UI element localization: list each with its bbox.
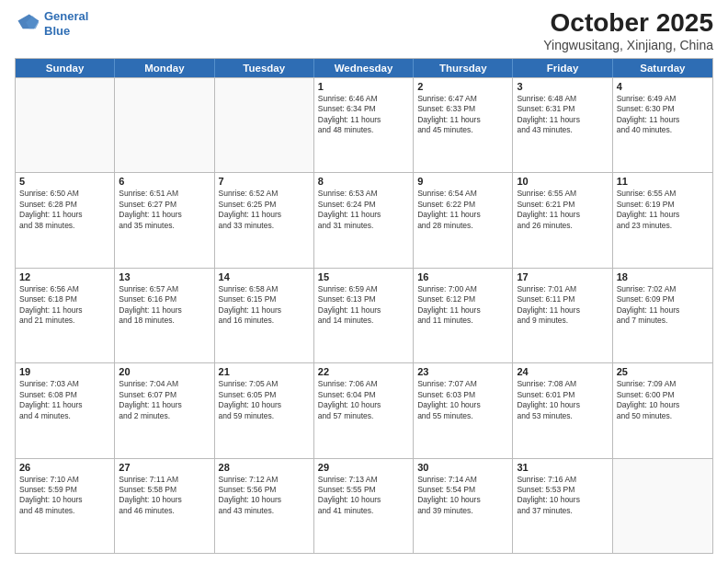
day-cell-1: 1Sunrise: 6:46 AM Sunset: 6:34 PM Daylig… — [314, 78, 414, 172]
day-cell-28: 28Sunrise: 7:12 AM Sunset: 5:56 PM Dayli… — [215, 459, 314, 553]
day-number: 21 — [219, 366, 310, 377]
day-header-thursday: Thursday — [414, 59, 513, 77]
day-cell-16: 16Sunrise: 7:00 AM Sunset: 6:12 PM Dayli… — [414, 269, 513, 362]
day-cell-30: 30Sunrise: 7:14 AM Sunset: 5:54 PM Dayli… — [414, 459, 513, 553]
day-number: 7 — [219, 176, 310, 187]
day-info: Sunrise: 7:16 AM Sunset: 5:53 PM Dayligh… — [517, 475, 608, 517]
logo-line2: Blue — [44, 24, 70, 38]
logo-text: General Blue — [44, 9, 88, 38]
day-number: 16 — [417, 271, 508, 282]
day-number: 27 — [119, 462, 210, 473]
day-info: Sunrise: 7:14 AM Sunset: 5:54 PM Dayligh… — [417, 475, 508, 517]
day-number: 26 — [19, 462, 110, 473]
day-cell-8: 8Sunrise: 6:53 AM Sunset: 6:24 PM Daylig… — [314, 173, 414, 267]
logo-icon — [15, 11, 40, 37]
day-info: Sunrise: 6:55 AM Sunset: 6:21 PM Dayligh… — [517, 189, 608, 231]
page: General Blue October 2025 Yingwusitang, … — [0, 0, 728, 563]
day-info: Sunrise: 7:08 AM Sunset: 6:01 PM Dayligh… — [517, 379, 608, 421]
day-cell-27: 27Sunrise: 7:11 AM Sunset: 5:58 PM Dayli… — [115, 459, 214, 553]
day-info: Sunrise: 6:46 AM Sunset: 6:34 PM Dayligh… — [318, 94, 409, 136]
day-number: 10 — [517, 176, 608, 187]
day-info: Sunrise: 7:00 AM Sunset: 6:12 PM Dayligh… — [417, 284, 508, 327]
day-number: 13 — [119, 271, 210, 282]
day-cell-7: 7Sunrise: 6:52 AM Sunset: 6:25 PM Daylig… — [215, 173, 314, 267]
day-cell-26: 26Sunrise: 7:10 AM Sunset: 5:59 PM Dayli… — [16, 459, 115, 553]
day-info: Sunrise: 7:02 AM Sunset: 6:09 PM Dayligh… — [617, 284, 709, 327]
day-number: 12 — [19, 271, 110, 282]
day-info: Sunrise: 7:11 AM Sunset: 5:58 PM Dayligh… — [119, 475, 210, 517]
day-number: 18 — [617, 271, 709, 282]
calendar-body: 1Sunrise: 6:46 AM Sunset: 6:34 PM Daylig… — [16, 77, 712, 553]
day-number: 31 — [517, 462, 608, 473]
day-cell-11: 11Sunrise: 6:55 AM Sunset: 6:19 PM Dayli… — [613, 173, 712, 267]
logo-line1: General — [44, 9, 88, 23]
day-cell-12: 12Sunrise: 6:56 AM Sunset: 6:18 PM Dayli… — [16, 269, 115, 362]
week-row-1: 1Sunrise: 6:46 AM Sunset: 6:34 PM Daylig… — [16, 77, 712, 172]
logo: General Blue — [15, 9, 88, 38]
day-info: Sunrise: 6:55 AM Sunset: 6:19 PM Dayligh… — [617, 189, 709, 231]
day-cell-13: 13Sunrise: 6:57 AM Sunset: 6:16 PM Dayli… — [115, 269, 214, 362]
week-row-3: 12Sunrise: 6:56 AM Sunset: 6:18 PM Dayli… — [16, 268, 712, 362]
day-header-monday: Monday — [115, 59, 214, 77]
day-info: Sunrise: 6:56 AM Sunset: 6:18 PM Dayligh… — [19, 284, 110, 327]
day-info: Sunrise: 6:47 AM Sunset: 6:33 PM Dayligh… — [417, 94, 508, 136]
day-number: 29 — [318, 462, 409, 473]
day-number: 1 — [318, 81, 409, 92]
day-header-sunday: Sunday — [16, 59, 115, 77]
day-cell-9: 9Sunrise: 6:54 AM Sunset: 6:22 PM Daylig… — [414, 173, 513, 267]
day-number: 14 — [219, 271, 310, 282]
empty-cell — [115, 78, 214, 172]
day-number: 6 — [119, 176, 210, 187]
day-cell-25: 25Sunrise: 7:09 AM Sunset: 6:00 PM Dayli… — [613, 363, 712, 457]
day-number: 11 — [617, 176, 709, 187]
day-number: 8 — [318, 176, 409, 187]
day-header-friday: Friday — [513, 59, 612, 77]
day-cell-15: 15Sunrise: 6:59 AM Sunset: 6:13 PM Dayli… — [314, 269, 414, 362]
day-cell-21: 21Sunrise: 7:05 AM Sunset: 6:05 PM Dayli… — [215, 363, 314, 457]
day-number: 28 — [219, 462, 310, 473]
day-info: Sunrise: 7:09 AM Sunset: 6:00 PM Dayligh… — [617, 379, 709, 421]
day-number: 4 — [617, 81, 709, 92]
day-info: Sunrise: 6:48 AM Sunset: 6:31 PM Dayligh… — [517, 94, 608, 136]
title-block: October 2025 Yingwusitang, Xinjiang, Chi… — [543, 9, 713, 52]
day-number: 5 — [19, 176, 110, 187]
day-header-wednesday: Wednesday — [314, 59, 414, 77]
day-info: Sunrise: 7:01 AM Sunset: 6:11 PM Dayligh… — [517, 284, 608, 327]
day-cell-18: 18Sunrise: 7:02 AM Sunset: 6:09 PM Dayli… — [613, 269, 712, 362]
day-number: 19 — [19, 366, 110, 377]
empty-cell — [613, 459, 712, 553]
day-info: Sunrise: 7:10 AM Sunset: 5:59 PM Dayligh… — [19, 475, 110, 517]
day-cell-2: 2Sunrise: 6:47 AM Sunset: 6:33 PM Daylig… — [414, 78, 513, 172]
day-cell-5: 5Sunrise: 6:50 AM Sunset: 6:28 PM Daylig… — [16, 173, 115, 267]
day-info: Sunrise: 7:12 AM Sunset: 5:56 PM Dayligh… — [219, 475, 310, 517]
day-number: 3 — [517, 81, 608, 92]
empty-cell — [16, 78, 115, 172]
week-row-2: 5Sunrise: 6:50 AM Sunset: 6:28 PM Daylig… — [16, 172, 712, 267]
day-number: 24 — [517, 366, 608, 377]
calendar: SundayMondayTuesdayWednesdayThursdayFrid… — [15, 58, 713, 554]
day-number: 25 — [617, 366, 709, 377]
day-number: 30 — [417, 462, 508, 473]
day-info: Sunrise: 7:06 AM Sunset: 6:04 PM Dayligh… — [318, 379, 409, 421]
day-info: Sunrise: 7:03 AM Sunset: 6:08 PM Dayligh… — [19, 379, 110, 421]
day-info: Sunrise: 7:07 AM Sunset: 6:03 PM Dayligh… — [417, 379, 508, 421]
day-cell-17: 17Sunrise: 7:01 AM Sunset: 6:11 PM Dayli… — [513, 269, 612, 362]
day-info: Sunrise: 7:13 AM Sunset: 5:55 PM Dayligh… — [318, 475, 409, 517]
day-cell-20: 20Sunrise: 7:04 AM Sunset: 6:07 PM Dayli… — [115, 363, 214, 457]
day-cell-24: 24Sunrise: 7:08 AM Sunset: 6:01 PM Dayli… — [513, 363, 612, 457]
header: General Blue October 2025 Yingwusitang, … — [15, 9, 713, 52]
day-info: Sunrise: 6:54 AM Sunset: 6:22 PM Dayligh… — [417, 189, 508, 231]
day-cell-19: 19Sunrise: 7:03 AM Sunset: 6:08 PM Dayli… — [16, 363, 115, 457]
day-info: Sunrise: 7:04 AM Sunset: 6:07 PM Dayligh… — [119, 379, 210, 421]
day-cell-14: 14Sunrise: 6:58 AM Sunset: 6:15 PM Dayli… — [215, 269, 314, 362]
calendar-header: SundayMondayTuesdayWednesdayThursdayFrid… — [16, 59, 712, 77]
week-row-5: 26Sunrise: 7:10 AM Sunset: 5:59 PM Dayli… — [16, 458, 712, 553]
day-cell-31: 31Sunrise: 7:16 AM Sunset: 5:53 PM Dayli… — [513, 459, 612, 553]
day-cell-22: 22Sunrise: 7:06 AM Sunset: 6:04 PM Dayli… — [314, 363, 414, 457]
day-info: Sunrise: 6:59 AM Sunset: 6:13 PM Dayligh… — [318, 284, 409, 327]
day-info: Sunrise: 6:52 AM Sunset: 6:25 PM Dayligh… — [219, 189, 310, 231]
day-info: Sunrise: 6:51 AM Sunset: 6:27 PM Dayligh… — [119, 189, 210, 231]
day-number: 17 — [517, 271, 608, 282]
day-cell-4: 4Sunrise: 6:49 AM Sunset: 6:30 PM Daylig… — [613, 78, 712, 172]
day-number: 22 — [318, 366, 409, 377]
